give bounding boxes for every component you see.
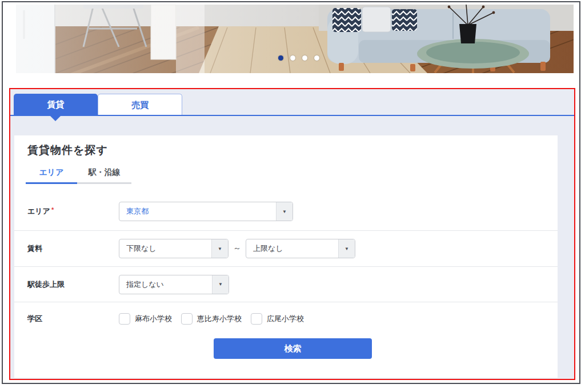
tab-rental[interactable]: 賃貸 xyxy=(14,94,98,115)
area-label-text: エリア xyxy=(27,207,50,215)
dropdown-arrow-icon: ▼ xyxy=(276,202,292,221)
walk-select[interactable]: 指定しない ▼ xyxy=(119,275,229,294)
dropdown-arrow-icon: ▼ xyxy=(338,239,355,258)
tab-sale[interactable]: 売買 xyxy=(98,94,182,115)
checkbox-hiroo-label: 広尾小学校 xyxy=(267,314,304,324)
checkbox-azabu-label: 麻布小学校 xyxy=(135,314,172,324)
rent-field-label: 賃料 xyxy=(27,243,119,254)
annotation-highlight-box: 賃貸 売買 賃貸物件を探す エリア 駅・沿線 エリア* 東京都 ▼ xyxy=(9,88,575,380)
tab-underline xyxy=(10,115,574,116)
checkbox-azabu[interactable] xyxy=(119,313,130,325)
area-field-label: エリア* xyxy=(27,206,119,217)
screenshot-root: 賃貸 売買 賃貸物件を探す エリア 駅・沿線 エリア* 東京都 ▼ xyxy=(0,0,585,392)
living-room-illustration xyxy=(16,5,574,73)
area-select[interactable]: 東京都 ▼ xyxy=(119,202,293,221)
checkbox-item-ebisu[interactable]: 恵比寿小学校 xyxy=(181,313,242,325)
school-checkbox-group: 麻布小学校 恵比寿小学校 広尾小学校 xyxy=(119,313,313,325)
subtab-area[interactable]: エリア xyxy=(26,167,77,184)
subtab-station-line[interactable]: 駅・沿線 xyxy=(77,167,131,184)
checkbox-ebisu[interactable] xyxy=(181,313,193,325)
hero-image xyxy=(16,5,574,73)
carousel-dot-2[interactable] xyxy=(290,55,295,61)
area-select-value: 東京都 xyxy=(126,206,149,217)
field-row-school: 学区 麻布小学校 恵比寿小学校 広尾小学校 xyxy=(14,302,558,335)
rent-max-value: 上限なし xyxy=(253,243,283,254)
field-row-walk: 駅徒歩上限 指定しない ▼ xyxy=(14,267,558,302)
dropdown-arrow-icon: ▼ xyxy=(212,275,229,294)
search-button[interactable]: 検索 xyxy=(214,338,372,359)
active-tab-caret-icon xyxy=(50,116,61,121)
form-title: 賃貸物件を探す xyxy=(27,143,108,158)
carousel-dot-4[interactable] xyxy=(314,55,319,61)
walk-select-value: 指定しない xyxy=(126,279,164,290)
carousel-dot-1-active[interactable] xyxy=(278,55,283,61)
rent-range-separator: ～ xyxy=(233,243,241,254)
checkbox-item-azabu[interactable]: 麻布小学校 xyxy=(119,313,172,325)
dropdown-arrow-icon: ▼ xyxy=(211,239,228,258)
search-form-panel: 賃貸物件を探す エリア 駅・沿線 エリア* 東京都 ▼ 賃料 下限なし xyxy=(14,135,558,378)
rent-min-value: 下限なし xyxy=(126,243,157,254)
rent-min-select[interactable]: 下限なし ▼ xyxy=(119,239,229,258)
checkbox-item-hiroo[interactable]: 広尾小学校 xyxy=(251,313,304,325)
field-row-rent: 賃料 下限なし ▼ ～ 上限なし ▼ xyxy=(14,231,558,267)
checkbox-ebisu-label: 恵比寿小学校 xyxy=(197,314,242,324)
carousel-dots xyxy=(278,55,319,61)
checkbox-hiroo[interactable] xyxy=(251,313,262,325)
rent-max-select[interactable]: 上限なし ▼ xyxy=(246,239,355,258)
search-mode-subtabs: エリア 駅・沿線 xyxy=(26,167,131,184)
carousel-dot-3[interactable] xyxy=(302,55,307,61)
school-field-label: 学区 xyxy=(27,314,119,324)
field-row-area: エリア* 東京都 ▼ xyxy=(14,193,558,231)
walk-field-label: 駅徒歩上限 xyxy=(27,279,119,290)
required-mark: * xyxy=(51,206,54,213)
